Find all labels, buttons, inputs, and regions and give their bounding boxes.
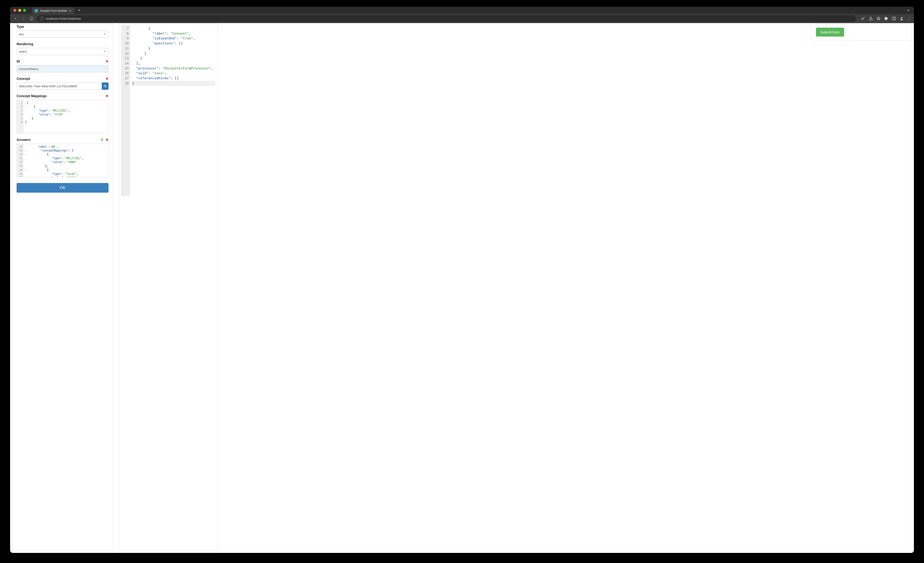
editor-fill: [121, 87, 215, 196]
layout: Type obs Rendering select ID ✖: [10, 23, 914, 553]
question-editor-panel: Type obs Rendering select ID ✖: [12, 23, 113, 551]
concept-label: Concept: [16, 77, 30, 81]
tabs-overflow-button[interactable]: ▾: [908, 9, 910, 12]
key-icon[interactable]: [861, 16, 865, 21]
bookmark-icon[interactable]: [876, 16, 880, 21]
editor-gutter: 789101112131415161718: [121, 25, 130, 87]
type-label: Type: [16, 25, 108, 28]
field-concept-mappings: Concept Mappings ✖ 123456 ▾[▾ { "type": …: [16, 94, 108, 133]
rendering-select[interactable]: select: [16, 48, 108, 55]
reload-button[interactable]: [29, 16, 34, 21]
gutter: 18192021222324252627282930: [17, 144, 24, 177]
clear-concept-button[interactable]: ✖: [106, 77, 108, 81]
id-input[interactable]: [16, 65, 108, 72]
minimize-window-button[interactable]: [18, 9, 21, 12]
favicon-icon: [34, 9, 38, 12]
svg-point-5: [909, 17, 910, 18]
viewport: Type obs Rendering select ID ✖: [10, 23, 914, 553]
field-answers: Answers ↺ ✖ 18192021222324252627282930 l…: [16, 138, 108, 177]
refresh-answers-button[interactable]: ↺: [100, 138, 103, 142]
forward-button[interactable]: [21, 16, 27, 21]
concept-mappings-editor[interactable]: 123456 ▾[▾ { "type": "MCL/CIEL", "value"…: [16, 100, 108, 133]
menu-icon[interactable]: [907, 16, 912, 21]
svg-point-8: [104, 85, 106, 87]
close-window-button[interactable]: [14, 9, 16, 12]
toolbar-right: [861, 16, 912, 21]
answers-editor[interactable]: 18192021222324252627282930 label : NO ,▾…: [16, 144, 108, 177]
toolbar: i localhost:4200/#/edit/new: [10, 14, 914, 23]
panel-icon[interactable]: [892, 16, 896, 21]
gutter-fill: [121, 87, 130, 196]
window-controls: [14, 9, 26, 12]
clear-id-button[interactable]: ✖: [106, 59, 108, 63]
field-rendering: Rendering select: [16, 42, 108, 55]
clear-answers-button[interactable]: ✖: [106, 138, 108, 142]
new-tab-button[interactable]: +: [76, 7, 82, 13]
svg-point-4: [901, 17, 902, 18]
concept-mappings-label: Concept Mappings: [16, 94, 46, 98]
schema-json-editor[interactable]: 789101112131415161718 { "label": "Consen…: [121, 25, 215, 87]
site-info-icon[interactable]: i: [40, 16, 44, 21]
editor-source[interactable]: { "label": "Consent", "isExpanded": "tru…: [130, 25, 215, 87]
share-icon[interactable]: [868, 16, 873, 21]
tab-strip: Ampath Form Builder ✕ +: [32, 7, 82, 14]
id-label: ID: [16, 59, 20, 63]
back-button[interactable]: [12, 16, 18, 21]
close-tab-button[interactable]: ✕: [69, 10, 72, 12]
svg-line-9: [106, 87, 106, 87]
clear-concept-mappings-button[interactable]: ✖: [106, 94, 108, 98]
submit-form-button[interactable]: Submit form: [816, 28, 844, 37]
svg-point-6: [909, 18, 910, 19]
browser-window: Ampath Form Builder ✕ + ▾ i localhost:42…: [10, 7, 914, 553]
tab-title: Ampath Form Builder: [40, 9, 67, 12]
code-fill: [130, 87, 215, 196]
titlebar: Ampath Form Builder ✕ + ▾: [10, 7, 914, 14]
concept-mappings-code[interactable]: ▾[▾ { "type": "MCL/CIEL", "value": "1710…: [24, 100, 108, 133]
concept-search-button[interactable]: [102, 82, 108, 90]
field-concept: Concept ✖: [16, 77, 108, 90]
answers-label: Answers: [16, 138, 30, 142]
schema-editor-column: 789101112131415161718 { "label": "Consen…: [119, 23, 805, 551]
url-text: localhost:4200/#/edit/new: [46, 17, 81, 21]
ok-button[interactable]: OK: [16, 183, 108, 193]
svg-point-0: [862, 18, 863, 20]
address-bar[interactable]: i localhost:4200/#/edit/new: [37, 15, 856, 22]
gutter: 123456: [17, 100, 24, 133]
rendering-label: Rendering: [16, 42, 108, 46]
field-id: ID ✖: [16, 59, 108, 72]
schema-editor-card: 789101112131415161718 { "label": "Consen…: [119, 23, 218, 551]
form-preview-card: Submit form: [811, 24, 912, 40]
extensions-icon[interactable]: [884, 16, 888, 21]
svg-rect-2: [892, 17, 896, 20]
svg-point-7: [909, 19, 910, 20]
type-select[interactable]: obs: [16, 30, 108, 38]
answers-code[interactable]: label : NO ,▾ "conceptMappings": [▾ { "t…: [24, 144, 108, 177]
profile-icon[interactable]: [900, 16, 904, 21]
field-type: Type obs: [16, 25, 108, 38]
browser-tab[interactable]: Ampath Form Builder ✕: [32, 7, 74, 14]
form-preview-column: Submit form: [811, 23, 912, 551]
concept-input[interactable]: [16, 82, 102, 90]
maximize-window-button[interactable]: [23, 9, 26, 12]
